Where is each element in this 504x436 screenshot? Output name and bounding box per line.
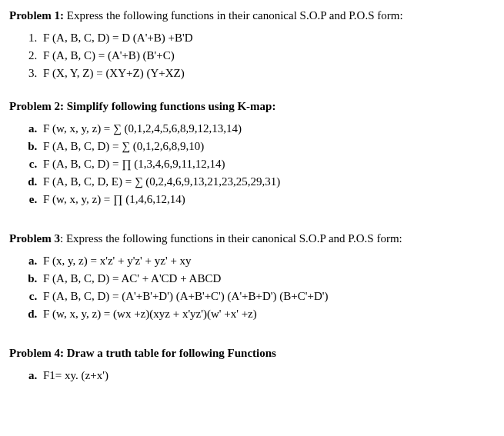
problem-4-desc: Draw a truth table for following Functio… xyxy=(64,347,276,359)
list-item-text: F (A, B, C, D) = AC' + A'CD + ABCD xyxy=(43,272,221,285)
problem-2-desc: Simplify following functions using K-map… xyxy=(64,100,275,112)
list-item: F (A, B, C) = (A'+B) (B'+C) xyxy=(40,48,495,64)
problem-1-desc: Express the following functions in their… xyxy=(64,9,403,22)
problem-2-title: Problem 2: xyxy=(9,100,64,112)
list-item: F (X, Y, Z) = (XY+Z) (Y+XZ) xyxy=(40,65,495,82)
list-item: F (A, B, C, D) = (A'+B'+D') (A+B'+C') (A… xyxy=(40,288,495,305)
problem-3-list: F (x, y, z) = x'z' + y'z' + yz' + xy F (… xyxy=(40,253,495,322)
list-item-text: F (w, x, y, z) = ∑ (0,1,2,4,5,6,8,9,12,1… xyxy=(43,122,242,135)
problem-3: Problem 3: Express the following functio… xyxy=(9,231,495,322)
list-item: F (A, B, C, D) = AC' + A'CD + ABCD xyxy=(40,271,495,287)
problem-2: Problem 2: Simplify following functions … xyxy=(9,98,495,208)
list-item-text: F (w, x, y, z) = (wx +z)(xyz + x'yz')(w'… xyxy=(43,308,257,320)
list-item: F (A, B, C, D) = D (A'+B) +B'D xyxy=(40,30,495,46)
list-item-text: F (A, B, C) = (A'+B) (B'+C) xyxy=(43,49,175,62)
problem-1-list: F (A, B, C, D) = D (A'+B) +B'D F (A, B, … xyxy=(40,30,495,82)
list-item-text: F (w, x, y, z) = ∏ (1,4,6,12,14) xyxy=(43,193,185,205)
list-item-text: F (A, B, C, D) = ∑ (0,1,2,6,8,9,10) xyxy=(43,140,204,152)
problem-4-title: Problem 4: xyxy=(9,347,64,359)
list-item: F (w, x, y, z) = ∏ (1,4,6,12,14) xyxy=(40,191,495,208)
list-item-text: F (A, B, C, D, E) = ∑ (0,2,4,6,9,13,21,2… xyxy=(43,175,280,188)
problem-1-title: Problem 1: xyxy=(9,9,64,22)
list-item-text: F (A, B, C, D) = (A'+B'+D') (A+B'+C') (A… xyxy=(43,290,328,302)
problem-1: Problem 1: Express the following functio… xyxy=(9,8,495,82)
list-item-text: F (A, B, C, D) = D (A'+B) +B'D xyxy=(43,32,193,44)
problem-3-desc: : Express the following functions in the… xyxy=(60,232,402,245)
problem-3-title: Problem 3 xyxy=(9,232,60,245)
problem-4: Problem 4: Draw a truth table for follow… xyxy=(9,345,495,384)
list-item: F (A, B, C, D) = ∏ (1,3,4,6,9,11,12,14) xyxy=(40,156,495,172)
problem-4-list: F1= xy. (z+x') xyxy=(40,368,495,384)
list-item-text: F (A, B, C, D) = ∏ (1,3,4,6,9,11,12,14) xyxy=(43,158,225,170)
list-item: F1= xy. (z+x') xyxy=(40,368,495,384)
list-item: F (A, B, C, D) = ∑ (0,1,2,6,8,9,10) xyxy=(40,138,495,155)
list-item: F (x, y, z) = x'z' + y'z' + yz' + xy xyxy=(40,253,495,269)
list-item-text: F (x, y, z) = x'z' + y'z' + yz' + xy xyxy=(43,255,192,267)
problem-2-list: F (w, x, y, z) = ∑ (0,1,2,4,5,6,8,9,12,1… xyxy=(40,121,495,208)
list-item: F (A, B, C, D, E) = ∑ (0,2,4,6,9,13,21,2… xyxy=(40,174,495,190)
list-item: F (w, x, y, z) = ∑ (0,1,2,4,5,6,8,9,12,1… xyxy=(40,121,495,137)
list-item: F (w, x, y, z) = (wx +z)(xyz + x'yz')(w'… xyxy=(40,306,495,322)
list-item-text: F1= xy. (z+x') xyxy=(43,369,108,381)
list-item-text: F (X, Y, Z) = (XY+Z) (Y+XZ) xyxy=(43,67,185,79)
